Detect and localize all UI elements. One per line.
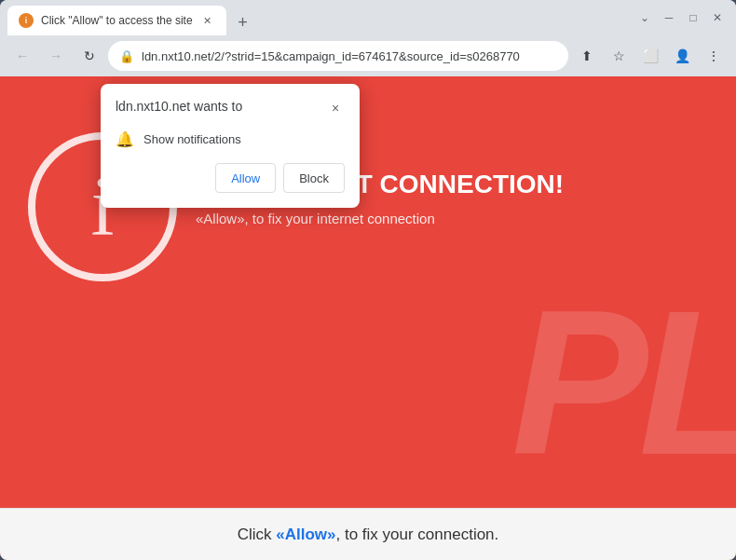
chevron-down-icon[interactable]: ⌄ xyxy=(634,7,656,29)
address-bar[interactable]: 🔒 ldn.nxt10.net/2/?strid=15&campaign_id=… xyxy=(108,41,568,71)
bottom-bar-link: «Allow» xyxy=(276,526,335,543)
bottom-bar-prefix: Click xyxy=(238,526,277,543)
tab-close-button[interactable]: ✕ xyxy=(200,13,215,28)
bottom-bar: Click «Allow», to fix your connection. xyxy=(0,508,736,560)
popup-title: ldn.nxt10.net wants to xyxy=(116,99,242,114)
tab-area: i Click "Allow" to access the site ✕ + xyxy=(7,0,634,35)
nav-actions: ⬆ ☆ ⬜ 👤 ⋮ xyxy=(572,41,729,71)
url-text: ldn.nxt10.net/2/?strid=15&campaign_id=67… xyxy=(142,49,557,63)
popup-close-button[interactable]: × xyxy=(326,99,345,117)
bell-icon: 🔔 xyxy=(116,130,134,148)
bottom-bar-text: Click «Allow», to fix your connection. xyxy=(238,526,499,544)
lock-icon: 🔒 xyxy=(119,49,134,63)
reload-button[interactable]: ↻ xyxy=(75,41,104,71)
active-tab[interactable]: i Click "Allow" to access the site ✕ xyxy=(7,6,226,35)
tab-favicon: i xyxy=(19,13,34,28)
page-content: PL i NO INTERNET CONNECTION! «Allow», to… xyxy=(0,76,736,560)
popup-buttons: Allow Block xyxy=(116,163,345,193)
window-controls: ⌄ ─ □ ✕ xyxy=(634,7,729,29)
bookmark-icon[interactable]: ☆ xyxy=(604,41,634,71)
tab-title: Click "Allow" to access the site xyxy=(41,14,193,27)
nav-bar: ← → ↻ 🔒 ldn.nxt10.net/2/?strid=15&campai… xyxy=(0,35,736,76)
notification-popup: ldn.nxt10.net wants to × 🔔 Show notifica… xyxy=(101,84,360,208)
share-icon[interactable]: ⬆ xyxy=(572,41,602,71)
block-button[interactable]: Block xyxy=(283,163,345,193)
forward-button[interactable]: → xyxy=(41,41,71,71)
watermark-text: PL xyxy=(511,280,736,485)
popup-row-text: Show notifications xyxy=(143,132,241,146)
title-bar: i Click "Allow" to access the site ✕ + ⌄… xyxy=(0,0,736,35)
allow-button[interactable]: Allow xyxy=(215,163,276,193)
back-button[interactable]: ← xyxy=(7,41,37,71)
browser-window: i Click "Allow" to access the site ✕ + ⌄… xyxy=(0,0,736,560)
profile-icon[interactable]: 👤 xyxy=(667,41,697,71)
popup-notification-row: 🔔 Show notifications xyxy=(116,130,345,148)
minimize-button[interactable]: ─ xyxy=(658,7,680,29)
extensions-icon[interactable]: ⬜ xyxy=(635,41,665,71)
popup-header: ldn.nxt10.net wants to × xyxy=(116,99,345,117)
bottom-bar-suffix: , to fix your connection. xyxy=(335,526,498,543)
close-button[interactable]: ✕ xyxy=(706,7,729,29)
menu-icon[interactable]: ⋮ xyxy=(699,41,729,71)
new-tab-button[interactable]: + xyxy=(230,9,256,35)
sub-text: «Allow», to fix your internet connection xyxy=(196,211,717,226)
maximize-button[interactable]: □ xyxy=(682,7,704,29)
